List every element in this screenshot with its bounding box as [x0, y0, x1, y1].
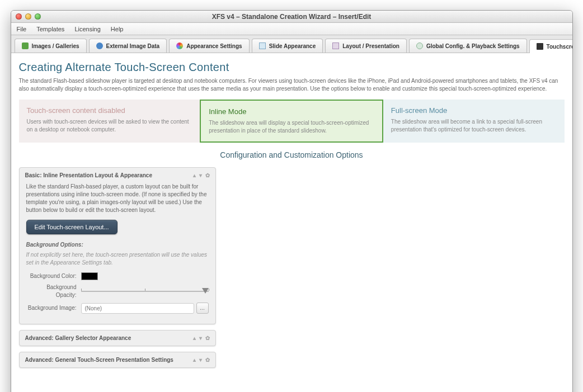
panel-description: Like the standard Flash-based player, a …: [26, 183, 209, 214]
bg-image-browse-button[interactable]: ...: [196, 303, 209, 314]
menu-licensing[interactable]: Licensing: [74, 26, 100, 32]
palette-icon: [176, 42, 183, 49]
app-window: XFS v4 – Standalone Creation Wizard – In…: [11, 10, 573, 392]
panel-title: Basic: Inline Presentation Layout & Appe…: [25, 172, 152, 178]
collapse-icon[interactable]: ▴: [193, 357, 196, 363]
tab-layout-presentation[interactable]: Layout / Presentation: [325, 39, 407, 53]
bg-opacity-label: Background Opacity:: [26, 284, 81, 299]
tab-label: Appearance Settings: [186, 43, 242, 49]
gear-icon[interactable]: ✿: [205, 357, 210, 363]
tab-external-image-data[interactable]: External Image Data: [89, 39, 167, 53]
panel-title: Advanced: General Touch-Screen Presentat…: [25, 357, 173, 363]
database-icon: [96, 42, 103, 49]
mode-disabled[interactable]: Touch-screen content disabled Users with…: [19, 100, 200, 143]
menu-help[interactable]: Help: [111, 26, 124, 32]
panel-title: Advanced: Gallery Selector Appearance: [25, 335, 131, 341]
mode-title: Full-screen Mode: [391, 106, 557, 115]
expand-icon[interactable]: ▾: [199, 335, 202, 341]
panel-basic: Basic: Inline Presentation Layout & Appe…: [19, 167, 216, 324]
tab-global-config[interactable]: Global Config. & Playback Settings: [409, 39, 527, 53]
gear-icon[interactable]: ✿: [205, 335, 210, 341]
config-panels: Basic: Inline Presentation Layout & Appe…: [19, 167, 216, 368]
bg-color-label: Background Color:: [26, 272, 81, 280]
tab-label: Images / Galleries: [32, 43, 79, 49]
edit-touchscreen-layout-button[interactable]: Edit Touch-screen Layout...: [26, 220, 117, 234]
menubar: File Templates Licensing Help: [11, 23, 572, 35]
collapse-icon[interactable]: ▴: [193, 172, 196, 178]
tab-images-galleries[interactable]: Images / Galleries: [15, 39, 87, 53]
collapse-icon[interactable]: ▴: [193, 335, 196, 341]
tab-bar: Images / Galleries External Image Data A…: [11, 35, 572, 53]
page-title: Creating Alternate Touch-Screen Content: [19, 61, 565, 74]
mode-inline[interactable]: Inline Mode The slideshow area will disp…: [200, 100, 383, 143]
mode-fullscreen[interactable]: Full-screen Mode The slideshow area will…: [383, 100, 565, 143]
menu-templates[interactable]: Templates: [36, 26, 64, 32]
tab-label: Slide Appearance: [269, 43, 316, 49]
slide-icon: [259, 42, 266, 49]
expand-icon[interactable]: ▾: [199, 172, 202, 178]
touchscreen-icon: [537, 43, 543, 50]
page-description: The standard Flash-based slideshow playe…: [19, 77, 565, 93]
tab-label: Touchscreen Content: [547, 44, 573, 50]
bg-image-label: Background Image:: [26, 304, 81, 312]
panel-advanced-general: Advanced: General Touch-Screen Presentat…: [19, 352, 216, 368]
panel-header[interactable]: Basic: Inline Presentation Layout & Appe…: [20, 168, 215, 183]
tab-label: External Image Data: [106, 43, 160, 49]
mode-desc: Users with touch-screen devices will be …: [27, 118, 192, 134]
mode-title: Touch-screen content disabled: [27, 106, 192, 115]
bg-opacity-slider[interactable]: [81, 287, 209, 296]
tab-appearance-settings[interactable]: Appearance Settings: [169, 39, 249, 53]
tab-label: Layout / Presentation: [342, 43, 399, 49]
window-title: XFS v4 – Standalone Creation Wizard – In…: [11, 13, 572, 21]
panel-advanced-gallery: Advanced: Gallery Selector Appearance ▴ …: [19, 330, 216, 346]
mode-title: Inline Mode: [209, 107, 374, 116]
bg-color-swatch[interactable]: [81, 272, 98, 280]
menu-file[interactable]: File: [17, 26, 27, 32]
images-icon: [22, 42, 29, 49]
panel-header[interactable]: Advanced: Gallery Selector Appearance ▴ …: [20, 330, 215, 346]
expand-icon[interactable]: ▾: [199, 357, 202, 363]
bg-image-input[interactable]: [81, 303, 194, 314]
panel-header[interactable]: Advanced: General Touch-Screen Presentat…: [20, 352, 215, 367]
gear-icon[interactable]: ✿: [205, 172, 210, 178]
layout-icon: [332, 42, 339, 49]
content-area: Creating Alternate Touch-Screen Content …: [11, 53, 572, 392]
tab-label: Global Config. & Playback Settings: [426, 43, 520, 49]
background-options-note: If not explicitly set here, the touch-sc…: [26, 251, 209, 267]
config-subheading: Configuration and Customization Options: [19, 143, 565, 167]
tab-touchscreen-content[interactable]: Touchscreen Content: [529, 39, 573, 53]
mode-desc: The slideshow area will become a link to…: [391, 118, 557, 134]
tab-slide-appearance[interactable]: Slide Appearance: [252, 39, 323, 53]
globe-icon: [416, 42, 423, 49]
mode-desc: The slideshow area will display a specia…: [209, 119, 374, 135]
background-options-label: Background Options:: [26, 241, 209, 249]
titlebar: XFS v4 – Standalone Creation Wizard – In…: [11, 11, 572, 23]
mode-selector: Touch-screen content disabled Users with…: [19, 100, 565, 143]
